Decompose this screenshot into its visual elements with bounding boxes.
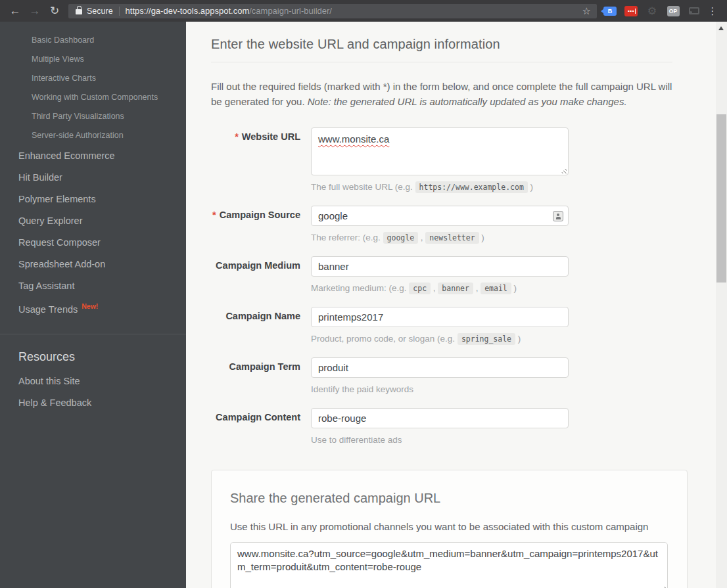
url-origin: https://ga-dev-tools.appspot.com	[126, 6, 250, 16]
page-title: Enter the website URL and campaign infor…	[211, 37, 672, 62]
sidebar-item-label: Request Composer	[18, 237, 101, 248]
code-chip: cpc	[409, 283, 431, 294]
field-helper-website-url: The full website URL (e.g. https://www.e…	[311, 182, 569, 192]
url-separator	[119, 7, 120, 16]
cast-icon[interactable]	[684, 7, 705, 14]
field-helper-campaign-term: Identify the paid keywords	[311, 384, 569, 394]
sidebar-item-server-side-authorization[interactable]: Server-side Authorization	[0, 126, 186, 145]
field-cell-campaign-medium: Marketing medium: (e.g. cpc , banner , e…	[311, 256, 569, 293]
sidebar-item-hit-builder[interactable]: Hit Builder	[0, 167, 186, 189]
secure-label: Secure	[87, 7, 113, 16]
sidebar-item-spreadsheet-add-on[interactable]: Spreadsheet Add-on	[0, 254, 186, 275]
form-row-campaign-source: *Campaign SourceThe referrer: (e.g. goog…	[211, 206, 672, 242]
campaign-medium-input[interactable]	[311, 256, 569, 277]
code-chip: email	[481, 283, 511, 294]
share-card: Share the generated campaign URL Use thi…	[211, 470, 688, 588]
form-row-campaign-term: Campaign TermIdentify the paid keywords	[211, 357, 672, 394]
browser-toolbar: ← → ↻ Secure https://ga-dev-tools.appspo…	[0, 0, 727, 22]
sidebar-item-label: Tag Assistant	[18, 281, 74, 291]
code-chip: spring_sale	[457, 333, 515, 345]
cast-glyph	[689, 7, 699, 14]
sidebar-item-usage-trends[interactable]: Usage TrendsNew!	[0, 297, 186, 321]
form-row-campaign-name: Campaign NameProduct, promo code, or slo…	[211, 307, 672, 344]
field-helper-campaign-name: Product, promo code, or slogan (e.g. spr…	[311, 334, 569, 344]
secure-lock-icon	[76, 9, 82, 14]
tag-extension-icon[interactable]: B	[599, 7, 621, 16]
field-cell-website-url: www.monsite.caThe full website URL (e.g.…	[311, 127, 569, 192]
sidebar-item-interactive-charts[interactable]: Interactive Charts	[0, 69, 186, 88]
code-chip: google	[383, 232, 419, 244]
op-extension-icon[interactable]: OP	[663, 6, 684, 16]
sidebar-item-help-feedback[interactable]: Help & Feedback	[0, 392, 186, 414]
form-row-website-url: *Website URLwww.monsite.caThe full websi…	[211, 127, 672, 192]
sidebar-resources-list: About this SiteHelp & Feedback	[0, 371, 186, 414]
sidebar-item-about-this-site[interactable]: About this Site	[0, 371, 186, 392]
code-chip: banner	[438, 283, 473, 294]
generated-url-textarea[interactable]: www.monsite.ca?utm_source=google&utm_med…	[230, 542, 668, 588]
sidebar-item-label: Hit Builder	[18, 172, 62, 183]
generated-url-value: www.monsite.ca?utm_source=google&utm_med…	[237, 548, 658, 572]
autofill-icon[interactable]	[553, 211, 563, 221]
field-label-text: Campaign Name	[225, 311, 300, 321]
resize-grip	[561, 168, 567, 173]
field-helper-campaign-source: The referrer: (e.g. google , newsletter …	[311, 233, 569, 242]
website-url-value: www.monsite.ca	[318, 133, 389, 145]
password-manager-glyph: •••	[624, 6, 638, 16]
required-asterisk: *	[212, 210, 216, 220]
form-row-campaign-medium: Campaign MediumMarketing medium: (e.g. c…	[211, 256, 672, 293]
campaign-source-input[interactable]	[311, 206, 569, 226]
campaign-term-input[interactable]	[311, 357, 569, 378]
url-path: /campaign-url-builder/	[249, 6, 332, 16]
field-label-text: Campaign Content	[216, 412, 300, 422]
code-chip: https://www.example.com	[415, 181, 528, 193]
sidebar-item-multiple-views[interactable]: Multiple Views	[0, 50, 186, 69]
intro-note: Note: the generated URL is automatically…	[308, 96, 627, 107]
field-label-text: Campaign Medium	[216, 260, 300, 271]
field-label-campaign-term: Campaign Term	[211, 357, 311, 394]
field-label-campaign-content: Campaign Content	[211, 408, 311, 445]
back-icon[interactable]: ←	[5, 5, 25, 18]
sidebar: Basic DashboardMultiple ViewsInteractive…	[0, 22, 186, 588]
field-cell-campaign-term: Identify the paid keywords	[311, 357, 569, 394]
sidebar-item-polymer-elements[interactable]: Polymer Elements	[0, 189, 186, 210]
tag-extension-glyph: B	[603, 7, 617, 16]
campaign-name-input[interactable]	[311, 307, 569, 327]
scroll-up-arrow-icon[interactable]	[718, 26, 724, 30]
bookmark-star-icon[interactable]: ☆	[582, 6, 591, 16]
field-helper-campaign-medium: Marketing medium: (e.g. cpc , banner , e…	[311, 283, 569, 293]
field-cell-campaign-source: The referrer: (e.g. google , newsletter …	[311, 206, 569, 242]
campaign-form: *Website URLwww.monsite.caThe full websi…	[211, 127, 672, 445]
sidebar-item-request-composer[interactable]: Request Composer	[0, 232, 186, 254]
sidebar-item-third-party-visualizations[interactable]: Third Party Visualizations	[0, 107, 186, 126]
scrollbar-thumb[interactable]	[716, 114, 726, 283]
website-url-textarea[interactable]: www.monsite.ca	[311, 127, 569, 175]
sidebar-item-enhanced-ecommerce[interactable]: Enhanced Ecommerce	[0, 145, 186, 167]
address-bar[interactable]: Secure https://ga-dev-tools.appspot.com/…	[68, 4, 597, 18]
password-manager-extension-icon[interactable]: •••	[621, 6, 642, 16]
field-label-campaign-name: Campaign Name	[211, 307, 311, 344]
sidebar-item-label: Spreadsheet Add-on	[18, 259, 105, 269]
new-badge: New!	[82, 302, 98, 310]
sidebar-item-label: Query Explorer	[18, 215, 83, 226]
sidebar-item-working-with-custom-components[interactable]: Working with Custom Components	[0, 88, 186, 107]
sidebar-item-label: Usage Trends	[18, 304, 78, 315]
field-label-campaign-medium: Campaign Medium	[211, 256, 311, 293]
sidebar-item-basic-dashboard[interactable]: Basic Dashboard	[0, 31, 186, 50]
intro-text: Fill out the required fields (marked wit…	[211, 79, 672, 109]
forward-icon[interactable]: →	[25, 5, 45, 18]
sidebar-subnav: Basic DashboardMultiple ViewsInteractive…	[0, 31, 186, 145]
sidebar-item-tag-assistant[interactable]: Tag Assistant	[0, 275, 186, 297]
field-cell-campaign-content: Use to differentiate ads	[311, 408, 569, 445]
field-label-text: Website URL	[242, 131, 300, 142]
campaign-content-input[interactable]	[311, 408, 569, 428]
page-scrollbar[interactable]	[716, 22, 727, 588]
gear-extension-icon[interactable]: ⚙	[642, 6, 663, 16]
page-url: https://ga-dev-tools.appspot.com/campaig…	[126, 6, 332, 16]
sidebar-nav: Enhanced EcommerceHit BuilderPolymer Ele…	[0, 145, 186, 321]
reload-icon[interactable]: ↻	[45, 4, 64, 18]
sidebar-item-query-explorer[interactable]: Query Explorer	[0, 210, 186, 232]
resize-grip[interactable]	[660, 585, 666, 588]
field-label-website-url: *Website URL	[211, 127, 311, 192]
field-label-text: Campaign Source	[220, 210, 300, 220]
browser-menu-icon[interactable]: ⋮	[705, 5, 720, 17]
